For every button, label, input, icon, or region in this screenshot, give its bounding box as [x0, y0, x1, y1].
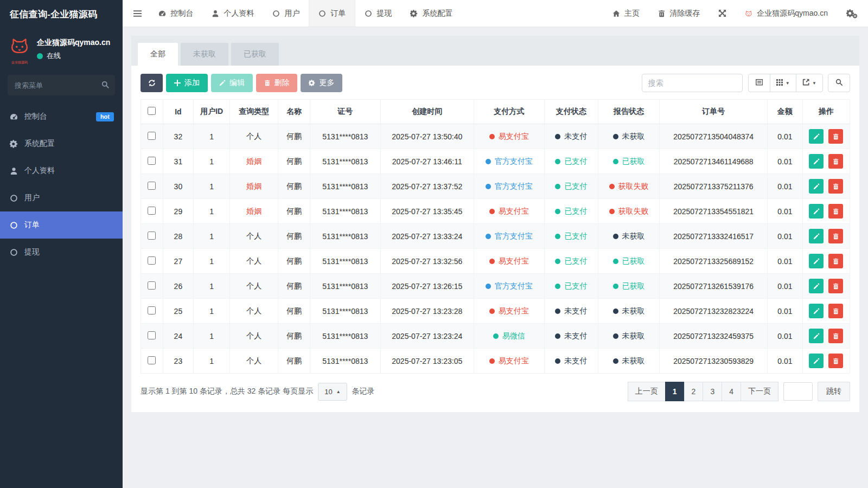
edit-row-button[interactable]	[809, 179, 824, 194]
topnav-item-system-config[interactable]: 系统配置	[401, 0, 462, 27]
table-search-input[interactable]	[642, 74, 743, 92]
topnav-item-orders[interactable]: 订单	[309, 0, 355, 27]
clear-cache-link[interactable]: 清除缓存	[649, 0, 709, 27]
column-header[interactable]: 报告状态	[598, 100, 659, 124]
row-checkbox[interactable]	[148, 356, 156, 364]
row-checkbox[interactable]	[148, 207, 156, 215]
column-header[interactable]: 支付状态	[544, 100, 598, 124]
delete-row-button[interactable]	[828, 179, 843, 194]
more-button[interactable]: 更多	[301, 74, 342, 92]
page-button-1[interactable]: 1	[665, 382, 685, 401]
export-button[interactable]: ▼	[796, 74, 823, 92]
trash-icon	[833, 283, 839, 290]
cell-created-time: 2025-07-27 13:23:28	[380, 299, 474, 324]
row-checkbox[interactable]	[148, 306, 156, 314]
topnav-item-label: 系统配置	[422, 9, 452, 18]
detail-view-icon	[756, 79, 763, 87]
sidebar-item-withdraw[interactable]: 提现	[0, 239, 123, 266]
delete-button[interactable]: 删除	[256, 74, 297, 92]
row-checkbox[interactable]	[148, 132, 156, 140]
search-toggle-button[interactable]	[828, 74, 850, 92]
settings-menu-button[interactable]	[837, 0, 864, 27]
topnav-item-withdraw[interactable]: 提现	[355, 0, 401, 27]
user-menu[interactable]: 企业猫源码qymao.cn	[736, 0, 837, 27]
edit-row-button[interactable]	[809, 279, 824, 293]
sidebar-item-users[interactable]: 用户	[0, 184, 123, 211]
column-header[interactable]: 金额	[767, 100, 802, 124]
status-dot-icon	[555, 134, 560, 139]
column-header[interactable]: 订单号	[660, 100, 768, 124]
column-header[interactable]: 创建时间	[380, 100, 474, 124]
add-button[interactable]: 添加	[166, 74, 208, 92]
edit-row-button[interactable]	[809, 129, 824, 144]
topnav-item-label: 订单	[330, 9, 346, 18]
topnav-item-dashboard[interactable]: 控制台	[149, 0, 202, 27]
trash-icon	[833, 333, 839, 339]
sidebar-toggle-button[interactable]	[126, 0, 149, 27]
edit-row-button[interactable]	[809, 254, 824, 268]
tab-all[interactable]: 全部	[138, 43, 178, 66]
column-header[interactable]: 查询类型	[230, 100, 278, 124]
cell-user-id: 1	[194, 199, 230, 224]
cell-report-status: 获取失败	[598, 199, 659, 224]
columns-button[interactable]: ▼	[770, 74, 796, 92]
jump-button[interactable]: 跳转	[818, 382, 850, 401]
columns-grid-icon	[776, 79, 783, 87]
delete-row-button[interactable]	[828, 204, 843, 219]
edit-row-button[interactable]	[809, 154, 824, 169]
next-page-button[interactable]: 下一页	[741, 382, 778, 401]
edit-row-button[interactable]	[809, 204, 824, 219]
tab-fetched[interactable]: 已获取	[231, 43, 279, 66]
delete-row-button[interactable]	[828, 354, 843, 368]
sidebar-item-profile[interactable]: 个人资料	[0, 157, 123, 184]
page-button-3[interactable]: 3	[703, 382, 722, 401]
row-checkbox[interactable]	[148, 232, 156, 240]
row-checkbox[interactable]	[148, 281, 156, 290]
cell-name: 何鹏	[278, 349, 310, 374]
edit-row-button[interactable]	[809, 354, 824, 368]
fullscreen-button[interactable]	[709, 0, 736, 27]
delete-row-button[interactable]	[828, 254, 843, 268]
topnav-item-label: 个人资料	[224, 9, 254, 18]
delete-row-button[interactable]	[828, 279, 843, 293]
tab-not-fetched[interactable]: 未获取	[181, 43, 228, 66]
delete-row-button[interactable]	[828, 129, 843, 144]
page-button-2[interactable]: 2	[684, 382, 704, 401]
edit-row-button[interactable]	[809, 304, 824, 318]
column-header[interactable]: Id	[163, 100, 194, 124]
column-header[interactable]: 用户ID	[194, 100, 230, 124]
sidebar-item-dashboard[interactable]: 控制台 hot	[0, 103, 123, 130]
column-header[interactable]: 证号	[310, 100, 381, 124]
topbar-user-name: 企业猫源码qymao.cn	[757, 9, 828, 18]
row-checkbox[interactable]	[148, 182, 156, 190]
row-checkbox[interactable]	[148, 331, 156, 339]
row-checkbox[interactable]	[148, 157, 156, 165]
delete-row-button[interactable]	[828, 229, 843, 243]
row-checkbox[interactable]	[148, 256, 156, 265]
detail-view-button[interactable]	[748, 74, 770, 92]
refresh-button[interactable]	[141, 74, 163, 92]
select-all-checkbox[interactable]	[148, 107, 156, 115]
sidebar-item-orders[interactable]: 订单	[0, 211, 123, 239]
jump-page-input[interactable]	[783, 382, 813, 401]
page-button-4[interactable]: 4	[722, 382, 741, 401]
topnav-item-profile[interactable]: 个人资料	[202, 0, 263, 27]
topnav-item-label: 提现	[376, 9, 392, 18]
edit-row-button[interactable]	[809, 329, 824, 343]
edit-button[interactable]: 编辑	[211, 74, 253, 92]
delete-row-button[interactable]	[828, 304, 843, 318]
prev-page-button[interactable]: 上一页	[628, 382, 666, 401]
delete-row-button[interactable]	[828, 329, 843, 343]
topnav-item-users[interactable]: 用户	[263, 0, 309, 27]
column-header[interactable]: 名称	[278, 100, 310, 124]
page-size-dropdown[interactable]: 10 ▲	[318, 383, 347, 401]
column-header[interactable]: 支付方式	[474, 100, 544, 124]
cell-pay-status: 未支付	[544, 124, 598, 149]
sidebar-item-system-config[interactable]: 系统配置	[0, 130, 123, 157]
delete-row-button[interactable]	[828, 154, 843, 169]
home-link[interactable]: 主页	[603, 0, 649, 27]
edit-row-button[interactable]	[809, 229, 824, 243]
table-row: 32 1 个人 何鹏 5131****0813 2025-07-27 13:50…	[141, 124, 850, 149]
column-header[interactable]: 操作	[802, 100, 850, 124]
menu-search-input[interactable]	[8, 75, 115, 95]
